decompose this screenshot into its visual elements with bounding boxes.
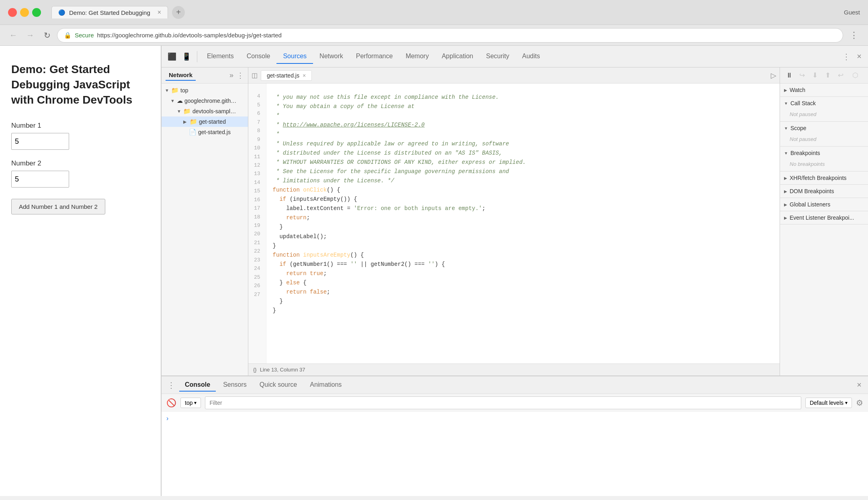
console-levels-value: Default levels: [810, 400, 843, 406]
console-tab-bar: ⋮ Console Sensors Quick source Animation…: [162, 376, 868, 394]
tab-elements[interactable]: Elements: [201, 49, 240, 64]
folder-icon: 📁: [171, 87, 179, 94]
code-tab-right-icon[interactable]: ▷: [771, 71, 776, 80]
tree-arrow-top: ▼: [165, 88, 170, 93]
webpage-preview: Demo: Get Started Debugging JavaScript w…: [0, 46, 162, 496]
step-into-button[interactable]: ⬇: [809, 69, 821, 82]
close-traffic-light[interactable]: [8, 8, 17, 17]
address-bar[interactable]: 🔒 Secure https://googlechrome.github.io/…: [57, 28, 843, 43]
code-editor-panel: ◫ get-started.js × ▷ 4 5 6 7 8 9 10 11 1…: [248, 67, 780, 376]
tree-item-github[interactable]: ▼ ☁ googlechrome.github: [162, 96, 248, 106]
tab-title: Demo: Get Started Debugging: [69, 9, 150, 16]
console-tab-quicksource[interactable]: Quick source: [254, 379, 303, 392]
breakpoints-arrow-icon: ▼: [784, 151, 788, 155]
browser-tab[interactable]: 🔵 Demo: Get Started Debugging ×: [51, 6, 168, 18]
tab-network[interactable]: Network: [313, 49, 350, 64]
devtools-close-button[interactable]: ×: [854, 52, 865, 61]
tab-sources[interactable]: Sources: [276, 49, 313, 64]
file-tab-network[interactable]: Network: [166, 70, 196, 81]
levels-chevron-icon: ▾: [845, 400, 848, 406]
devtools-more-tabs[interactable]: ⋮: [839, 52, 854, 61]
console-context-dropdown[interactable]: top ▾: [180, 398, 201, 408]
devtools-divider: [197, 51, 197, 62]
prompt-arrow-icon: ›: [166, 415, 168, 422]
call-stack-content: Not paused: [780, 110, 868, 121]
maximize-traffic-light[interactable]: [32, 8, 41, 17]
console-settings-icon[interactable]: ⚙: [856, 398, 863, 408]
tree-label-github: googlechrome.github: [184, 98, 237, 104]
breakpoints-section: ▼ Breakpoints No breakpoints: [780, 147, 868, 171]
console-filter-input[interactable]: [205, 396, 801, 409]
step-over-button[interactable]: ↪: [796, 69, 808, 82]
number1-input[interactable]: [11, 133, 69, 150]
file-panel-more[interactable]: »: [229, 71, 233, 80]
forward-button[interactable]: →: [23, 29, 37, 42]
file-panel-kebab[interactable]: ⋮: [233, 71, 244, 80]
console-tab-animations[interactable]: Animations: [304, 379, 347, 392]
global-listeners-header[interactable]: ▶ Global Listeners: [780, 198, 868, 211]
scope-header[interactable]: ▼ Scope: [780, 122, 868, 135]
browser-more-icon[interactable]: ⋮: [846, 30, 862, 41]
tree-item-get-started-folder[interactable]: ▶ 📁 get-started: [162, 116, 248, 127]
tree-label-js: get-started.js: [198, 129, 231, 135]
call-stack-header[interactable]: ▼ Call Stack: [780, 97, 868, 110]
cloud-icon: ☁: [177, 97, 183, 104]
folder-icon-started: 📁: [190, 118, 197, 125]
breakpoints-label: Breakpoints: [790, 150, 820, 156]
code-editor-content[interactable]: 4 5 6 7 8 9 10 11 12 13 14 15 16 17 18 1…: [248, 84, 780, 363]
deactivate-button[interactable]: ⬡: [849, 69, 861, 82]
step-out-button[interactable]: ⬆: [822, 69, 834, 82]
tab-application[interactable]: Application: [435, 49, 479, 64]
code-panel-icon[interactable]: ◫: [252, 71, 258, 79]
console-content[interactable]: ›: [162, 412, 868, 496]
back-button[interactable]: ←: [6, 29, 20, 42]
tab-close-icon[interactable]: ×: [158, 9, 161, 16]
refresh-button[interactable]: ↻: [40, 29, 54, 42]
tree-arrow-github: ▼: [170, 98, 175, 103]
number1-label: Number 1: [11, 122, 149, 130]
global-listeners-section: ▶ Global Listeners: [780, 198, 868, 211]
console-kebab-icon[interactable]: ⋮: [165, 380, 178, 390]
pause-button[interactable]: ⏸: [783, 69, 795, 82]
add-button[interactable]: Add Number 1 and Number 2: [11, 199, 105, 214]
dom-breakpoints-header[interactable]: ▶ DOM Breakpoints: [780, 185, 868, 198]
console-context-value: top: [185, 400, 192, 406]
scope-section: ▼ Scope Not paused: [780, 122, 868, 147]
console-tab-console[interactable]: Console: [179, 379, 216, 392]
console-levels-dropdown[interactable]: Default levels ▾: [805, 398, 852, 408]
tree-item-devtools-samples[interactable]: ▼ 📁 devtools-samples/: [162, 106, 248, 116]
new-tab-button[interactable]: +: [172, 6, 185, 19]
watch-section: ▶ Watch: [780, 84, 868, 97]
xhr-breakpoints-header[interactable]: ▶ XHR/fetch Breakpoints: [780, 171, 868, 184]
tab-security[interactable]: Security: [479, 49, 516, 64]
tab-memory[interactable]: Memory: [399, 49, 435, 64]
tree-item-get-started-js[interactable]: 📄 get-started.js: [162, 127, 248, 137]
code-tab-active[interactable]: get-started.js ×: [261, 70, 312, 81]
number2-input[interactable]: [11, 171, 69, 188]
scope-arrow-icon: ▼: [784, 126, 788, 131]
console-close-button[interactable]: ×: [854, 380, 865, 390]
console-clear-button[interactable]: 🚫: [166, 398, 176, 408]
console-toolbar: 🚫 top ▾ Default levels ▾ ⚙: [162, 394, 868, 412]
code-tab-close-icon[interactable]: ×: [303, 72, 306, 79]
console-prompt-line: ›: [166, 415, 863, 422]
context-chevron-icon: ▾: [194, 400, 197, 406]
global-arrow-icon: ▶: [784, 202, 787, 207]
main-area: Demo: Get Started Debugging JavaScript w…: [0, 46, 868, 496]
tab-console[interactable]: Console: [240, 49, 277, 64]
watch-section-header[interactable]: ▶ Watch: [780, 84, 868, 96]
console-tab-sensors[interactable]: Sensors: [217, 379, 252, 392]
tree-item-top[interactable]: ▼ 📁 top: [162, 85, 248, 96]
tab-performance[interactable]: Performance: [350, 49, 399, 64]
breakpoints-header[interactable]: ▼ Breakpoints: [780, 147, 868, 159]
address-bar-row: ← → ↻ 🔒 Secure https://googlechrome.gith…: [0, 25, 868, 46]
step-button[interactable]: ↩: [835, 69, 847, 82]
minimize-traffic-light[interactable]: [20, 8, 29, 17]
inspect-icon[interactable]: ⬛: [165, 49, 179, 64]
xhr-breakpoints-section: ▶ XHR/fetch Breakpoints: [780, 171, 868, 185]
watch-label: Watch: [790, 87, 805, 93]
tab-audits[interactable]: Audits: [516, 49, 546, 64]
device-toggle-icon[interactable]: 📱: [179, 49, 194, 64]
tree-label-top: top: [180, 87, 188, 94]
event-listener-header[interactable]: ▶ Event Listener Breakpoi...: [780, 211, 868, 224]
